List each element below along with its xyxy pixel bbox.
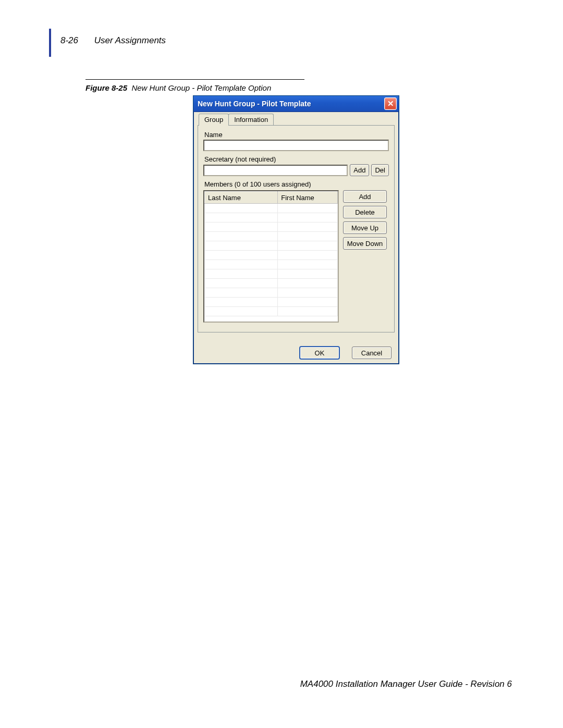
dialog-body: Group Information Name Secretary (not re… [193,112,399,364]
table-row[interactable] [205,241,338,251]
secretary-label: Secretary (not required) [204,155,389,163]
name-input[interactable] [203,140,389,151]
caption-rule [85,79,304,80]
hunt-group-dialog: New Hunt Group - Pilot Template ✕ Group … [193,95,399,364]
tab-information[interactable]: Information [228,114,274,125]
figure-text: New Hunt Group - Pilot Template Option [131,83,271,92]
col-last-name[interactable]: Last Name [205,192,278,204]
header-vertical-rule [49,29,51,57]
member-move-up-button[interactable]: Move Up [343,221,387,234]
tab-group[interactable]: Group [199,114,229,126]
table-row[interactable] [205,279,338,288]
table-row[interactable] [205,298,338,307]
table-row[interactable] [205,288,338,298]
members-label: Members (0 of 100 users assigned) [204,180,389,188]
table-row[interactable] [205,204,338,213]
secretary-del-button[interactable]: Del [371,164,389,176]
close-button[interactable]: ✕ [384,97,397,110]
document-page: 8-26 User Assignments Figure 8-25 New Hu… [0,0,563,728]
member-add-button[interactable]: Add [343,190,387,203]
page-number: 8-26 [60,35,78,45]
running-header: 8-26 User Assignments [60,35,166,46]
col-first-name[interactable]: First Name [278,192,338,204]
page-footer: MA4000 Installation Manager User Guide -… [300,679,512,689]
tabstrip: Group Information [199,113,395,125]
ok-button[interactable]: OK [300,347,339,359]
table-row[interactable] [205,251,338,260]
table-row[interactable] [205,307,338,316]
table-row[interactable] [205,260,338,269]
table-row[interactable] [205,213,338,223]
secretary-input[interactable] [203,165,348,176]
member-move-down-button[interactable]: Move Down [343,237,387,250]
member-side-buttons: Add Delete Move Up Move Down [343,190,387,323]
figure-label: Figure 8-25 [85,83,127,92]
dialog-footer-buttons: OK Cancel [300,347,391,359]
table-row[interactable] [205,269,338,279]
close-icon: ✕ [387,99,394,108]
members-grid[interactable]: Last Name First Name [203,190,339,323]
member-delete-button[interactable]: Delete [343,206,387,218]
tab-panel-group: Name Secretary (not required) Add Del Me… [198,125,395,332]
secretary-add-button[interactable]: Add [350,164,369,176]
figure-caption: Figure 8-25 New Hunt Group - Pilot Templ… [85,83,271,92]
table-row[interactable] [205,232,338,241]
titlebar[interactable]: New Hunt Group - Pilot Template ✕ [193,96,399,112]
section-title: User Assignments [94,35,166,45]
cancel-button[interactable]: Cancel [352,347,391,359]
table-row[interactable] [205,223,338,232]
name-label: Name [204,131,389,139]
window-title: New Hunt Group - Pilot Template [198,100,311,108]
